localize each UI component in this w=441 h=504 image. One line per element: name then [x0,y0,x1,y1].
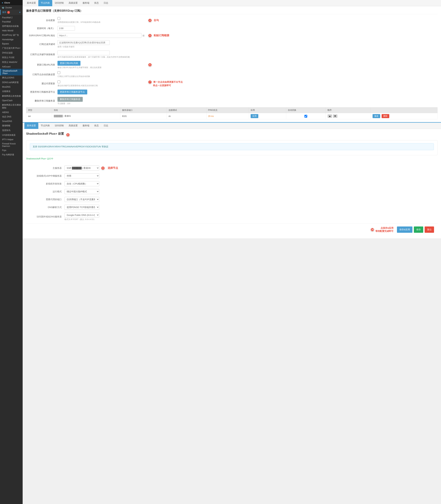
sidebar-item-netease2[interactable]: 解除网易云音乐播放限制 [0,103,23,110]
sidebar-item-dynamicdns[interactable]: 动态 DNS [0,114,23,119]
delete-servers-button[interactable]: 删除所有订阅服务器 [58,97,83,102]
proxy-update-checkbox[interactable] [58,80,60,83]
tab2-advanced-settings[interactable]: 高级设置 [66,123,80,129]
sidebar-item-alldns[interactable]: AllDNS [0,110,23,114]
sidebar-item-helloworld[interactable]: Hello World! [0,29,23,33]
sidebar-item-firewall-knock[interactable]: Firewall Knock Daemon [0,142,23,148]
autoswitch-checkbox[interactable] [304,115,307,118]
sidebar-item-push[interactable]: 全能推送 [0,89,23,94]
sidebar-item-ikoolproxy[interactable]: iKoolProxy 滤广告 [0,33,23,37]
sidebar-item-frps[interactable]: Frps [0,148,23,152]
circle-9: 9 [101,166,105,170]
main-server-control: SSR ██████ | 香港09 9 选择节点 [64,166,119,171]
dns-row: DNS解析方式 使用PDNSD TCP前端并缓存 [26,205,438,210]
tab-access-control[interactable]: 访问控制 [52,0,66,6]
tab-node-list[interactable]: 节点列表 [38,0,52,6]
reset-button[interactable]: 复位 [425,226,434,233]
sidebar-item-adguard[interactable]: AdGuard [0,65,23,69]
subscription-filter-label: 订阅过滤关键词 [26,43,58,46]
sidebar-item-passwall[interactable]: PassWall [0,20,23,24]
dns-select[interactable]: 使用PDNSD TCP前端并缓存 [64,205,99,210]
order-down-button[interactable]: ▼ [333,114,337,118]
subscription-filter-hint: 使用 / 分隔多关键词 [58,46,144,48]
proxy-port-select[interactable]: 仅供用端口（不走P2P流量则代理） [64,197,99,202]
auto-update-control: 启用更新很自动更新订阅，GFW副表和CHN路由表 [58,17,144,24]
sidebar-item-passwall2[interactable]: PassWall 2 [0,16,23,20]
auto-switch-checkbox[interactable] [58,71,60,74]
tab-log[interactable]: 日志 [101,0,110,6]
tab-advanced-settings[interactable]: 高级设置 [66,0,80,6]
sidebar-item-weiling[interactable]: 微领蜻蜓 [0,123,23,128]
annotation-6: 6 [148,63,152,67]
update-servers-button[interactable]: 更新所有订阅服务器节点 [58,90,87,94]
main-server-select[interactable]: SSR ██████ | 香港09 [64,166,99,171]
delete-servers-hint: 节点数量：100 [58,102,144,105]
edit-button[interactable]: 修改 [373,114,380,118]
istore-header[interactable]: ● iStore [0,0,23,6]
col-test: 连接测试 [167,108,206,113]
tab-basic-settings[interactable]: 基本设置 [24,0,38,6]
sidebar-item-alifuse[interactable]: 阿里云 FUSE [0,55,23,60]
subscription-url-control: ⊞ [58,33,144,38]
apply-button[interactable]: 应用 [251,114,258,118]
sidebar-item-iptv[interactable]: IPTV Helper [0,138,23,142]
game-server-select[interactable]: 停用 [64,173,99,178]
main-server-row: 主服务器 SSR ██████ | 香港09 9 选择节点 [26,166,438,171]
sidebar-item-shadowsocksr[interactable]: ShadowSocksR Plus+ [0,69,23,76]
foreign-dns-control: Google Public DNS (8.8.4.4) 格式为 IP:PORT（… [64,213,99,221]
update-url-list-button[interactable]: 更新订阅URL列表 [58,61,80,66]
sidebar-item-admaster[interactable]: 广告过滤大师 Plus+ [0,46,23,50]
tab-status[interactable]: 状态 [92,0,101,6]
col-autoswitch: 自动切换 [286,108,326,113]
sidebar-item-ddnsto[interactable]: DDNS.to内网穿透 [0,80,23,85]
subscription-keyword-input[interactable] [58,50,110,55]
update-servers-row: 更新所有订阅服务器节点 更新所有订阅服务器节点 [26,90,438,94]
subscription-url-input[interactable] [58,33,142,38]
subscription-keyword-hint: 命中关键词后则停止检查保留服务，多个关键字用 / 分隔，此处为空时不启用保留匹配 [58,56,144,58]
col-name: 别名 [52,108,120,113]
sidebar-item-tencentddns[interactable]: 腾讯云DDNS [0,76,23,80]
tab2-basic-settings[interactable]: 基本设置 [24,123,38,129]
sidebar-item-smartdns[interactable]: SmartDNS [0,119,23,123]
circle-4: 4 [148,18,152,22]
run-mode-select[interactable]: 绕过中国大陆IP模式 [64,189,99,194]
subscription-filter-input[interactable] [58,40,110,45]
docker-item[interactable]: 🐳 Docker [0,6,23,10]
update-interval-input[interactable] [58,26,75,31]
delete-button[interactable]: 删除 [382,114,389,118]
tab2-log[interactable]: 日志 [101,123,110,129]
sidebar-item-dnsfilter[interactable]: DNS过滤器 [0,50,23,55]
tab2-access-control[interactable]: 访问控制 [52,123,66,129]
tab2-service[interactable]: 服务端 [80,123,92,129]
foreign-dns-select[interactable]: Google Public DNS (8.8.4.4) [64,213,99,218]
sidebar-item-netease[interactable]: 解锁网易云灰色歌曲 [0,94,23,98]
subscription-filter-control: 使用 / 分隔多关键词 [58,40,144,48]
order-up-button[interactable]: ▲ [328,114,332,118]
sidebar-item-bypass[interactable]: Bypass [0,42,23,46]
main-server-label: 主服务器 [26,167,64,170]
multithread-select[interactable]: 自动（CPU线程数） [64,181,99,186]
copy-icon[interactable]: ⊞ [142,34,144,37]
sidebar-item-rules[interactable]: 招呼规则自动采集 [0,24,23,29]
proxy-port-control: 仅供用端口（不走P2P流量则代理） [64,197,99,202]
save-apply-button[interactable]: 保存&应用 [397,226,412,233]
sidebar-item-uagame[interactable]: UA游戏加速器 [0,133,23,138]
sidebar-item-homebridge[interactable]: Homebridge [0,37,23,42]
sidebar-item-openclash[interactable]: OpenClash [0,98,23,103]
tab2-status[interactable]: 状态 [92,123,101,129]
save-button[interactable]: 保存 [414,226,423,233]
cell-row-actions: 修改 删除 [371,113,438,119]
sidebar-item-xunlei[interactable]: 迅雷快鸟 [0,128,23,133]
tab2-node-list[interactable]: 节点列表 [38,123,52,129]
auto-update-label: 自动更新 [26,19,58,22]
sidebar-item-mosdns[interactable]: MosDNS [0,85,23,89]
auto-update-checkbox[interactable] [58,17,60,20]
sidebar-item-frp[interactable]: Frp 内网穿透 [0,152,23,157]
services-section[interactable]: 服务 1 ▼ [0,10,23,15]
annotation-10: 10 点保存&应用 等待配置完成即可 [370,226,394,233]
tab-service[interactable]: 服务端 [80,0,92,6]
top-tab-bar: 基本设置 节点列表 访问控制 高级设置 服务端 状态 日志 [23,0,441,6]
subscription-url-input-group: ⊞ [58,33,144,38]
sidebar-item-aliwebdav[interactable]: 阿里云 WebDAV [0,60,23,65]
label-9: 选择节点 [107,166,119,170]
